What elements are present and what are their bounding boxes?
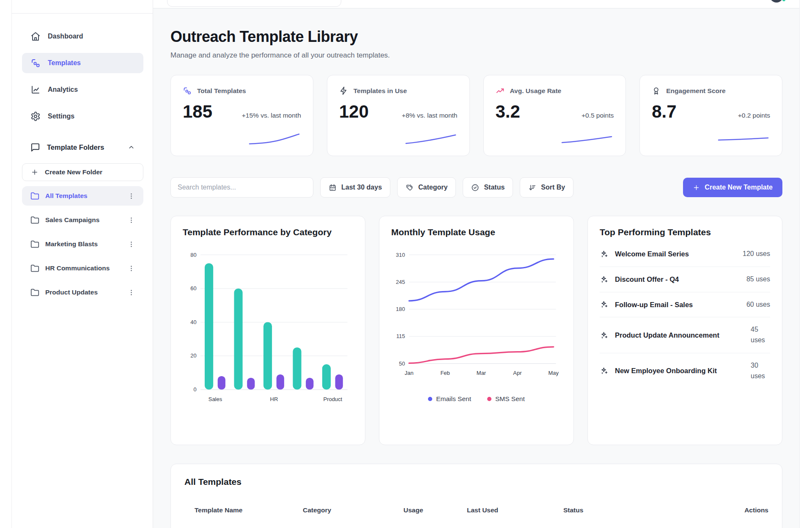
folder-label: Sales Campaigns — [45, 216, 122, 224]
sidebar-nav-label: Dashboard — [48, 33, 83, 40]
stat-card: Total Templates 185 +15% vs. last month — [170, 75, 313, 156]
folder-label: Product Updates — [45, 289, 122, 296]
main-content: Outreach Template Library Manage and ana… — [153, 8, 799, 528]
stat-label: Engagement Score — [666, 87, 725, 95]
top-template-uses: 45 uses — [751, 324, 770, 346]
legend-dot-emails — [428, 397, 432, 401]
folder-icon — [30, 264, 39, 273]
folder-list: All Templates Sales Campaigns Marketing … — [22, 186, 143, 302]
analytics-icon — [30, 85, 41, 95]
filter-button[interactable]: Status — [463, 177, 513, 198]
top-template-uses: 30 uses — [751, 360, 770, 382]
sidebar-nav-item[interactable]: Analytics — [22, 80, 143, 100]
svg-text:20: 20 — [190, 353, 196, 359]
top-templates-card: Top Performing Templates Welcome Email S… — [587, 216, 782, 445]
kebab-menu-icon[interactable] — [128, 192, 135, 200]
folder-label: All Templates — [45, 192, 122, 200]
sidebar-nav-item[interactable]: Dashboard — [22, 26, 143, 47]
scrollbar-gutter[interactable] — [799, 0, 812, 528]
chart-legend: Emails Sent SMS Sent — [391, 395, 562, 403]
charts-row: Template Performance by Category 8060402… — [170, 216, 782, 445]
folder-item[interactable]: Marketing Blasts — [22, 234, 143, 254]
filter-button[interactable]: Sort By — [520, 177, 573, 198]
template-search-box — [170, 177, 313, 198]
plus-icon — [31, 168, 38, 176]
stat-card: Templates in Use 120 +8% vs. last month — [327, 75, 470, 156]
svg-text:80: 80 — [190, 252, 196, 258]
topbar — [153, 0, 799, 8]
top-template-uses: 85 uses — [740, 274, 770, 285]
create-template-button[interactable]: Create New Template — [683, 178, 782, 197]
topbar-search-input[interactable] — [167, 0, 341, 7]
filter-buttons: Last 30 days Category Status Sort By — [320, 177, 573, 198]
stat-card: Avg. Usage Rate 3.2 +0.5 points — [483, 75, 626, 156]
stat-cards-row: Total Templates 185 +15% vs. last month … — [170, 75, 782, 156]
folder-icon — [30, 192, 39, 201]
folder-item[interactable]: Product Updates — [22, 283, 143, 302]
filter-button[interactable]: Category — [397, 177, 456, 198]
legend-dot-sms — [487, 397, 491, 401]
folder-icon — [30, 240, 39, 249]
stat-label: Avg. Usage Rate — [510, 87, 562, 95]
svg-text:310: 310 — [396, 252, 405, 258]
table-column-header: Template Name — [195, 506, 303, 514]
kebab-menu-icon[interactable] — [128, 289, 135, 296]
tag-icon — [406, 184, 414, 192]
top-template-item[interactable]: Product Update Announcement 45 uses — [600, 317, 770, 353]
award-icon — [652, 86, 661, 95]
sidebar-nav-label: Templates — [48, 59, 81, 67]
sidebar-nav-item[interactable]: Templates — [22, 53, 143, 73]
top-template-name: Welcome Email Series — [615, 249, 733, 259]
stat-value: 3.2 — [496, 103, 520, 121]
all-templates-card: All Templates Template NameCategoryUsage… — [170, 464, 782, 528]
stat-delta: +8% vs. last month — [402, 112, 457, 121]
svg-text:40: 40 — [190, 319, 196, 325]
top-template-name: New Employee Onboarding Kit — [615, 366, 744, 376]
create-new-folder-button[interactable]: Create New Folder — [22, 163, 143, 181]
svg-text:Apr: Apr — [513, 370, 522, 376]
stat-label: Templates in Use — [354, 87, 407, 95]
top-template-item[interactable]: Discount Offer - Q4 85 uses — [600, 267, 770, 292]
user-avatar[interactable] — [770, 0, 783, 3]
stat-value: 185 — [183, 103, 212, 121]
kebab-menu-icon[interactable] — [128, 265, 135, 272]
top-template-item[interactable]: Follow-up Email - Sales 60 uses — [600, 292, 770, 318]
svg-text:HR: HR — [270, 396, 278, 402]
sidebar-nav: Dashboard Templates Analytics Settings — [22, 26, 143, 126]
stat-value: 8.7 — [652, 103, 676, 121]
legend-item-emails: Emails Sent — [428, 395, 471, 403]
sparkles-icon — [600, 366, 609, 375]
top-template-item[interactable]: New Employee Onboarding Kit 30 uses — [600, 353, 770, 389]
folder-item[interactable]: HR Communications — [22, 258, 143, 278]
templates-icon — [183, 86, 192, 95]
template-search-input[interactable] — [178, 184, 306, 191]
top-template-item[interactable]: Welcome Email Series 120 uses — [600, 242, 770, 267]
kebab-menu-icon[interactable] — [128, 217, 135, 224]
app-root: Dashboard Templates Analytics Settings T… — [0, 0, 812, 528]
sparkles-icon — [600, 250, 609, 258]
sidebar-nav-item[interactable]: Settings — [22, 106, 143, 126]
chevron-up-icon[interactable] — [128, 144, 135, 151]
svg-text:50: 50 — [399, 360, 405, 367]
folder-item[interactable]: All Templates — [22, 186, 143, 206]
svg-text:245: 245 — [396, 279, 405, 285]
zap-icon — [339, 86, 348, 95]
folders-section-icon — [30, 143, 40, 152]
sparkles-icon — [600, 331, 609, 340]
status-dot — [782, 0, 786, 2]
top-template-uses: 120 uses — [740, 249, 770, 259]
folder-item[interactable]: Sales Campaigns — [22, 210, 143, 230]
line-chart-title: Monthly Template Usage — [391, 227, 562, 237]
table-column-header: Actions — [744, 506, 768, 514]
bar-chart-card: Template Performance by Category 8060402… — [170, 216, 365, 445]
svg-text:Product: Product — [324, 396, 343, 402]
folder-label: Marketing Blasts — [45, 240, 122, 248]
kebab-menu-icon[interactable] — [128, 241, 135, 248]
filter-button[interactable]: Last 30 days — [320, 177, 390, 198]
folders-section-title: Template Folders — [47, 143, 128, 151]
folders-section-header: Template Folders — [22, 143, 143, 152]
stat-sparkline — [561, 133, 613, 146]
home-icon — [30, 31, 41, 41]
svg-text:60: 60 — [190, 285, 196, 292]
page-title: Outreach Template Library — [170, 28, 782, 46]
